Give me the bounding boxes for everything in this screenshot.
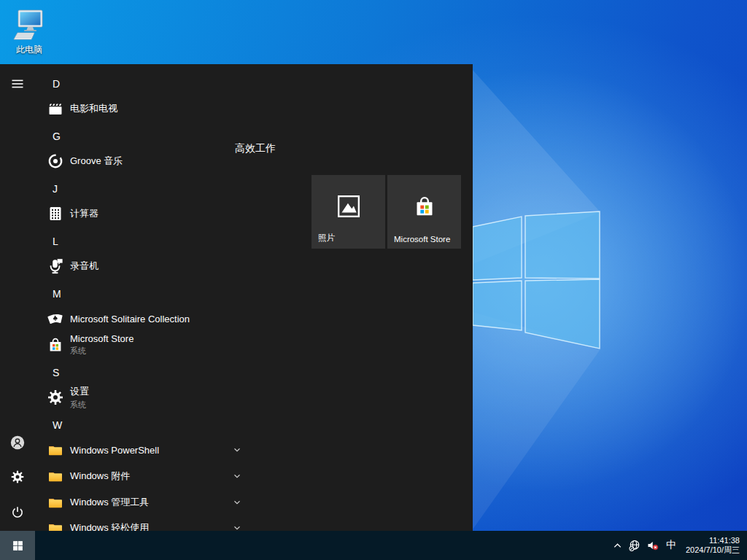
ime-indicator[interactable]: 中 — [665, 539, 678, 552]
start-menu: D电影和电视GGroove 音乐J计算器L录音机MMicrosoft Solit… — [0, 64, 473, 531]
clock-time: 11:41:38 — [686, 536, 740, 546]
this-pc-icon — [12, 7, 47, 42]
tile-group-title[interactable]: 高效工作 — [235, 142, 276, 155]
hidden-icons-chevron-icon[interactable] — [612, 540, 623, 551]
tile-label: 照片 — [318, 233, 382, 244]
start-button[interactable] — [0, 531, 35, 560]
photos-icon — [336, 194, 361, 219]
desktop-icon-label: 此电脑 — [6, 44, 53, 56]
desktop-icon-this-pc[interactable]: 此电脑 — [6, 7, 53, 56]
volume-muted-icon[interactable] — [646, 539, 659, 552]
network-no-internet-icon[interactable] — [628, 539, 641, 552]
tile-area: 高效工作 照片Microsoft Store — [0, 64, 473, 531]
tile-label: Microsoft Store — [394, 235, 458, 244]
clock-date: 2024/7/10/周三 — [686, 545, 740, 556]
start-tile[interactable]: 照片 — [311, 175, 385, 249]
start-tile[interactable]: Microsoft Store — [387, 175, 461, 249]
taskbar: 中 11:41:38 2024/7/10/周三 — [0, 531, 747, 560]
taskbar-clock[interactable]: 11:41:38 2024/7/10/周三 — [686, 536, 740, 556]
screen: 此电脑 D电影和电视GGroove 音乐J计算器L录音机MMicrosoft S… — [0, 0, 747, 560]
system-tray: 中 11:41:38 2024/7/10/周三 — [612, 531, 747, 560]
store-icon — [412, 194, 437, 219]
